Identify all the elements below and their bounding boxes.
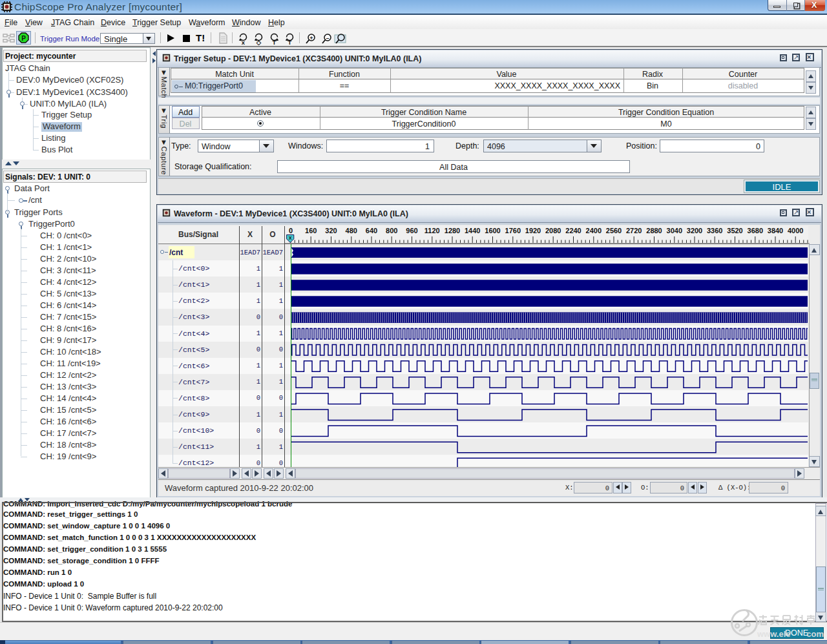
svg-text:–: – <box>326 35 329 41</box>
svg-text:+: + <box>309 35 313 41</box>
svg-text:x: x <box>242 39 246 45</box>
svg-text:T: T <box>288 39 292 45</box>
svg-text:◇: ◇ <box>256 39 262 45</box>
svg-text:X: X <box>289 236 292 242</box>
svg-text:T: T <box>273 39 277 45</box>
svg-text:P: P <box>21 35 26 42</box>
